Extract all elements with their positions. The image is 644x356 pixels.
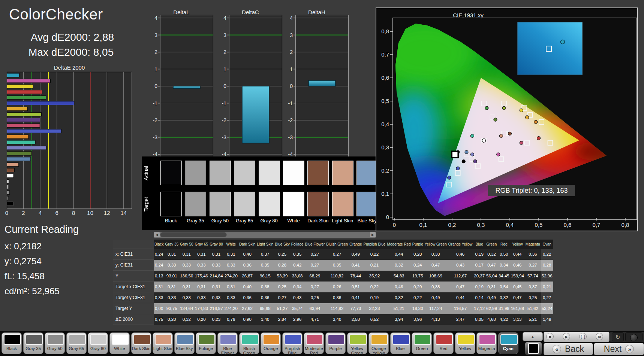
svg-text:0,2: 0,2 — [448, 222, 456, 228]
current-reading-title: Current Reading — [4, 224, 79, 235]
pattern-window-button[interactable] — [525, 342, 542, 355]
actual-swatch-white — [283, 161, 304, 185]
scroll-left-icon[interactable]: ◀ — [154, 232, 160, 237]
play-button[interactable]: ▶ — [563, 333, 570, 340]
patch-swatch — [198, 334, 215, 345]
table-col-green: Green — [485, 240, 498, 249]
patch-button-light-skin[interactable]: Light Skin — [153, 332, 173, 354]
patch-button-orange-yellow[interactable]: Orange Yellow — [368, 332, 389, 354]
table-cell: 0,28 — [412, 249, 424, 260]
sphere-icon — [630, 334, 638, 341]
stop-button[interactable]: ■ — [546, 333, 554, 340]
back-button[interactable]: « Back — [544, 343, 593, 355]
table-cell: 6,52 — [363, 314, 386, 325]
patch-button-foliage[interactable]: Foliage — [196, 332, 216, 354]
patch-button-yellow-green[interactable]: Yellow Green — [347, 332, 367, 354]
cie-1931-panel: CIE 1931 xy — [376, 7, 638, 231]
next-button[interactable]: Next » — [594, 343, 644, 355]
table-row: Y0,1393,01136,50175,46214,84274,2026,879… — [113, 271, 553, 282]
table-cell: 26,87 — [238, 271, 256, 282]
actual-target-swatch-panel: Actual Target BlackGray 35Gray 50Gray 65… — [142, 156, 376, 230]
de-x-tick: 10 — [85, 210, 95, 216]
patch-button-dark-skin[interactable]: Dark Skin — [131, 332, 151, 354]
patch-button-white[interactable]: White — [109, 332, 130, 354]
cie-measured-orange — [534, 120, 538, 124]
patch-button-magenta[interactable]: Magenta — [476, 332, 497, 354]
table-cell: 0,31 — [194, 282, 209, 292]
patch-button-purple[interactable]: Purple — [325, 332, 346, 354]
patch-button-label: Purple — [326, 346, 345, 351]
target-swatch-gray-80 — [259, 192, 280, 216]
patch-swatch — [133, 334, 151, 345]
table-row-label: Target x:CIE31 — [113, 282, 154, 292]
actual-swatch-light-skin — [332, 161, 353, 185]
table-cell: 0,44 — [510, 249, 525, 260]
table-cell: 0,31 — [164, 282, 179, 292]
table-col-light-skin: Light Skin — [256, 240, 274, 249]
cie-measured-orange-yellow — [526, 116, 529, 119]
patch-button-blue-flower[interactable]: Blue Flower — [217, 332, 238, 354]
refresh-button[interactable]: ↻ — [612, 332, 624, 341]
patch-button-yellow[interactable]: Yellow — [455, 332, 475, 354]
table-cell: 0,47 — [424, 260, 448, 271]
patch-swatch — [177, 334, 194, 345]
patch-button-black[interactable]: Black — [1, 332, 22, 354]
scroll-right-icon[interactable]: ▶ — [370, 232, 376, 237]
table-cell: 0,44 — [386, 249, 411, 260]
de-bar-bluish-green — [7, 140, 36, 144]
table-cell: 0,27 — [274, 292, 290, 303]
patch-button-green[interactable]: Green — [412, 332, 432, 354]
patch-button-cyan[interactable]: Cyan — [498, 332, 518, 354]
cie-measured-dark-skin — [508, 132, 512, 135]
table-cell: 0,38 — [256, 282, 274, 292]
patch-button-moderate-red[interactable]: Moderate Red — [304, 332, 324, 354]
svg-text:0: 0 — [386, 214, 389, 220]
svg-text:0,8: 0,8 — [622, 222, 629, 228]
table-cell: 0,20 — [194, 314, 209, 325]
patch-swatch — [392, 334, 410, 345]
table-cell: 0,00 — [154, 303, 164, 314]
patch-button-label: Blue — [391, 346, 410, 351]
bracket-button[interactable]: [··] — [579, 333, 587, 340]
patch-button-gray-80[interactable]: Gray 80 — [88, 332, 108, 354]
table-cell: 0,25 — [274, 249, 290, 260]
patch-button-red[interactable]: Red — [433, 332, 454, 354]
table-col-bluish-green: Bluish Green — [325, 240, 349, 249]
patch-button-blue[interactable]: Blue — [390, 332, 410, 354]
loop-button[interactable]: ∞ — [596, 333, 603, 340]
table-cell: 274,20 — [224, 303, 238, 314]
patch-button-gray-50[interactable]: Gray 50 — [45, 332, 65, 354]
patch-button-gray-35[interactable]: Gray 35 — [23, 332, 43, 354]
table-cell: 3,13 — [510, 314, 525, 325]
table-cell: 0,21 — [541, 282, 553, 292]
table-cell: 0,46 — [510, 260, 525, 271]
target-swatch-black — [160, 192, 182, 216]
table-cell: 0,36 — [525, 249, 541, 260]
table-row-label: Target Y — [113, 303, 154, 314]
table-cell: 0,22 — [412, 292, 424, 303]
svg-text:0,4: 0,4 — [381, 121, 389, 127]
inset-measured-marker — [561, 40, 565, 44]
table-row-label: Target y:CIE31 — [113, 292, 154, 303]
swatch-scrollbar[interactable]: ◀ ▶ — [154, 232, 376, 238]
table-cell: 0,79 — [224, 314, 238, 325]
delta-bar — [173, 86, 200, 89]
scrollbar-thumb[interactable] — [160, 232, 227, 237]
svg-text:0,6: 0,6 — [381, 74, 389, 81]
expand-up-button[interactable]: ▲ — [523, 332, 543, 341]
patch-button-purplish-blue[interactable]: Purplish Blue — [282, 332, 303, 354]
svg-text:-3: -3 — [153, 134, 158, 140]
table-col-blue-flower: Blue Flower — [304, 240, 326, 249]
table-cell: 5,21 — [525, 314, 541, 325]
sphere-button[interactable] — [625, 332, 643, 341]
table-cell: 57,74 — [525, 271, 541, 282]
patch-button-label: Orange — [261, 346, 280, 351]
svg-text:-2: -2 — [153, 117, 158, 123]
reading-x: x: 0,2182 — [4, 241, 42, 252]
patch-button-blue-sky[interactable]: Blue Sky — [174, 332, 195, 354]
patch-button-bluish-green[interactable]: Bluish Green — [239, 332, 259, 354]
table-cell: 0,40 — [238, 282, 256, 292]
reading-cdm2: cd/m²: 52,965 — [4, 286, 60, 296]
patch-button-gray-65[interactable]: Gray 65 — [66, 332, 87, 354]
patch-button-orange[interactable]: Orange — [261, 332, 281, 354]
